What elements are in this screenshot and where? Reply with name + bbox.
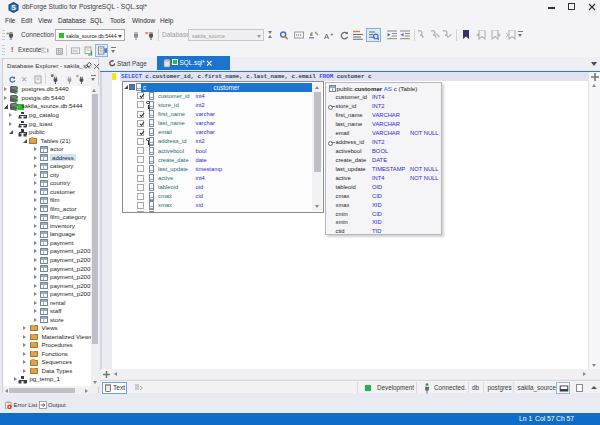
svg-text:+: +	[330, 31, 334, 37]
svg-text:×: ×	[145, 30, 149, 36]
svg-text:×: ×	[76, 74, 79, 79]
svg-text:+: +	[6, 30, 10, 36]
svg-text:S: S	[11, 4, 16, 11]
